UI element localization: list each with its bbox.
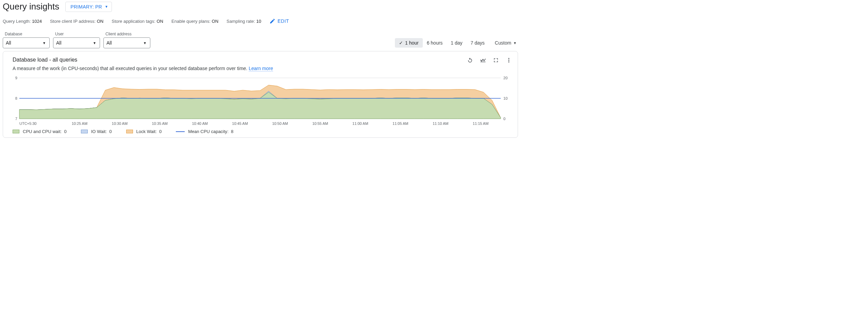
check-icon: ✓: [399, 40, 403, 46]
instance-selector[interactable]: PRIMARY: PR ▼: [65, 2, 112, 12]
filter-client-address-label: Client address: [103, 32, 150, 36]
setting-store-app-tags: Store application tags: ON: [112, 19, 163, 24]
time-range-1day[interactable]: 1 day: [447, 38, 466, 48]
chevron-down-icon: ▼: [105, 5, 108, 9]
legend-io-wait[interactable]: IO Wait: 0: [81, 129, 112, 134]
pencil-icon: [269, 18, 276, 24]
setting-enable-query-plans: Enable query plans: ON: [171, 19, 218, 24]
page-header: Query insights PRIMARY: PR ▼: [0, 1, 521, 12]
svg-text:10: 10: [503, 96, 507, 100]
card-title: Database load - all queries: [13, 57, 273, 63]
filter-user-select[interactable]: All ▼: [53, 37, 100, 48]
svg-text:7: 7: [15, 117, 17, 121]
chevron-down-icon: ▼: [513, 41, 517, 45]
card-toolbar: [467, 57, 513, 64]
chart-x-axis-labels: UTC+5:3010:25 AM10:30 AM10:35 AM10:40 AM…: [8, 121, 513, 126]
filter-client-address-select[interactable]: All ▼: [103, 37, 150, 48]
time-range-6hours[interactable]: 6 hours: [423, 38, 447, 48]
legend-mean-cpu-capacity[interactable]: Mean CPU capacity: 8: [176, 129, 233, 134]
page-title: Query insights: [3, 1, 59, 12]
filters-row: Database All ▼ User All ▼ Client address…: [0, 32, 521, 48]
svg-text:0: 0: [503, 117, 505, 121]
legend-toggle-icon[interactable]: [480, 57, 486, 64]
setting-store-client-ip: Store client IP address: ON: [50, 19, 103, 24]
filters-left: Database All ▼ User All ▼ Client address…: [3, 32, 150, 48]
svg-text:20: 20: [503, 76, 507, 80]
filter-database-label: Database: [3, 32, 50, 36]
chevron-down-icon: ▼: [93, 41, 96, 45]
edit-settings-button[interactable]: EDIT: [269, 18, 289, 24]
instance-selector-label: PRIMARY: PR: [70, 4, 102, 10]
database-load-card: Database load - all queries A measure of…: [3, 51, 518, 138]
legend-swatch: [126, 130, 133, 133]
time-range-1hour[interactable]: ✓ 1 hour: [395, 38, 423, 48]
legend-cpu-wait[interactable]: CPU and CPU wait: 0: [13, 129, 67, 134]
legend-lock-wait[interactable]: Lock Wait: 0: [126, 129, 162, 134]
learn-more-link[interactable]: Learn more: [249, 66, 273, 71]
insights-settings-summary: Query Length: 1024 Store client IP addre…: [0, 18, 521, 24]
chart-canvas: 78901020: [8, 76, 513, 121]
legend-swatch: [81, 130, 88, 133]
time-range-selector: ✓ 1 hour 6 hours 1 day 7 days Custom ▼: [395, 38, 521, 48]
card-description: A measure of the work (in CPU-seconds) t…: [13, 66, 273, 71]
chevron-down-icon: ▼: [43, 41, 46, 45]
time-range-7days[interactable]: 7 days: [467, 38, 489, 48]
filter-user: User All ▼: [53, 32, 100, 48]
setting-query-length: Query Length: 1024: [3, 19, 42, 24]
chart-legend: CPU and CPU wait: 0 IO Wait: 0 Lock Wait…: [13, 129, 513, 134]
reset-zoom-icon[interactable]: [467, 57, 473, 64]
database-load-chart[interactable]: 78901020: [8, 76, 513, 121]
filter-client-address: Client address All ▼: [103, 32, 150, 48]
svg-text:9: 9: [15, 76, 17, 80]
filter-database: Database All ▼: [3, 32, 50, 48]
filter-user-label: User: [53, 32, 100, 36]
fullscreen-icon[interactable]: [493, 57, 499, 64]
svg-text:8: 8: [15, 96, 17, 100]
more-options-icon[interactable]: [505, 57, 512, 64]
setting-sampling-rate: Sampling rate: 10: [227, 19, 261, 24]
chevron-down-icon: ▼: [143, 41, 147, 45]
filter-database-select[interactable]: All ▼: [3, 37, 50, 48]
card-header: Database load - all queries A measure of…: [8, 57, 513, 75]
legend-swatch: [176, 131, 185, 132]
legend-swatch: [13, 130, 19, 133]
time-range-custom[interactable]: Custom ▼: [491, 38, 521, 48]
